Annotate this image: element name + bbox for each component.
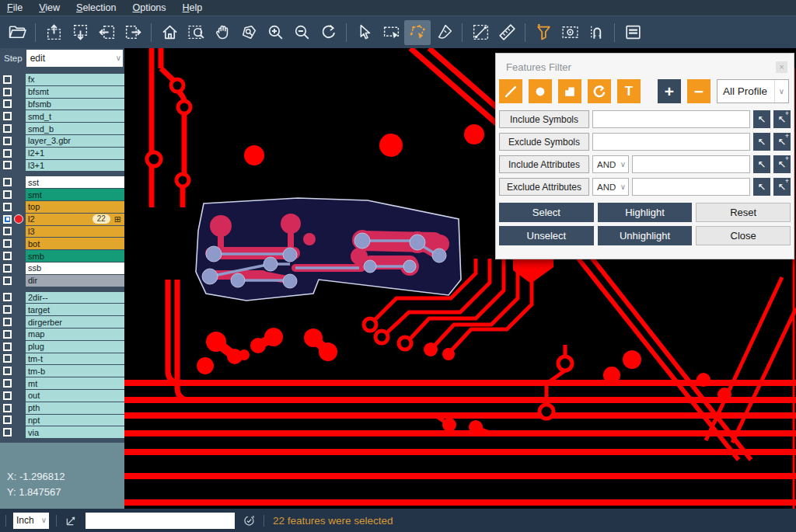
- layer-visibility-checkbox[interactable]: [3, 367, 12, 375]
- grid-icon[interactable]: ⊞: [114, 214, 121, 224]
- layer-visibility-checkbox[interactable]: [3, 379, 12, 388]
- menu-file[interactable]: File: [7, 2, 23, 13]
- send-left-button[interactable]: [93, 20, 120, 45]
- layer-row-dir[interactable]: dir: [0, 275, 124, 287]
- layer-visibility-checkbox[interactable]: [3, 161, 12, 169]
- layer-cell[interactable]: bfsmb: [26, 99, 124, 110]
- zoom-out-button[interactable]: [288, 20, 315, 45]
- unit-select[interactable]: Inch ∨: [13, 513, 49, 529]
- dialog-title-bar[interactable]: Features Filter ×: [496, 54, 794, 75]
- layer-visibility-checkbox[interactable]: [3, 190, 12, 199]
- pick-add-button[interactable]: ↖+: [773, 155, 791, 173]
- layer-cell[interactable]: target: [26, 304, 124, 315]
- layer-row-l2+1[interactable]: l2+1: [0, 148, 124, 159]
- layer-cell[interactable]: l3: [26, 226, 124, 238]
- menu-help[interactable]: Help: [183, 2, 203, 13]
- layer-cell[interactable]: bfsmt: [26, 86, 124, 98]
- reset-button[interactable]: Reset: [696, 203, 791, 222]
- layer-row-smt[interactable]: smt: [0, 189, 124, 200]
- layer-cell[interactable]: l2+1: [26, 148, 124, 159]
- unhighlight-button[interactable]: Unhighlight: [598, 226, 693, 245]
- layer-row-plug[interactable]: plug: [0, 341, 124, 353]
- unselect-button[interactable]: Unselect: [499, 226, 594, 245]
- line-tool-button[interactable]: [499, 79, 522, 103]
- layer-visibility-checkbox[interactable]: [3, 404, 12, 412]
- layer-visibility-checkbox[interactable]: [3, 227, 12, 235]
- layer-cell[interactable]: l222⊞: [26, 214, 124, 225]
- layer-row-npt[interactable]: npt: [0, 415, 124, 426]
- layer-visibility-checkbox[interactable]: [3, 252, 12, 260]
- view-options-button[interactable]: [557, 20, 583, 45]
- layer-row-layer_3.gbr[interactable]: layer_3.gbr: [0, 135, 124, 147]
- close-icon[interactable]: ×: [776, 61, 787, 73]
- clear-button[interactable]: [431, 20, 457, 45]
- layer-cell[interactable]: smd_t: [26, 110, 124, 122]
- surface-tool-button[interactable]: [558, 79, 581, 103]
- arc-tool-button[interactable]: [588, 79, 611, 103]
- layer-visibility-checkbox[interactable]: [3, 428, 12, 436]
- layer-visibility-checkbox[interactable]: [3, 75, 12, 84]
- layer-cell[interactable]: map: [26, 329, 124, 340]
- zoom-polygon-button[interactable]: [236, 20, 262, 45]
- layer-row-2dir--[interactable]: 2dir--: [0, 292, 124, 304]
- exclude-symbols-button[interactable]: Exclude Symbols: [499, 133, 589, 151]
- zoom-in-button[interactable]: [262, 20, 288, 45]
- and-or-select[interactable]: AND∨: [592, 178, 629, 196]
- select-rectangle-button[interactable]: [378, 20, 404, 45]
- layer-visibility-checkbox[interactable]: [3, 99, 12, 108]
- layer-visibility-checkbox[interactable]: [3, 149, 12, 158]
- layer-visibility-checkbox[interactable]: [3, 276, 12, 285]
- layer-visibility-checkbox[interactable]: [3, 178, 12, 186]
- open-button[interactable]: [4, 20, 30, 45]
- layer-visibility-checkbox[interactable]: [3, 354, 12, 363]
- highlight-button[interactable]: Highlight: [598, 203, 693, 222]
- layer-cell[interactable]: mt: [26, 377, 124, 389]
- layer-cell[interactable]: npt: [26, 415, 124, 426]
- layer-row-tm-t[interactable]: tm-t: [0, 353, 124, 365]
- step-select[interactable]: edit ∨: [26, 50, 123, 67]
- layer-visibility-checkbox[interactable]: [3, 239, 12, 248]
- layer-row-l3[interactable]: l3: [0, 226, 124, 238]
- close-button[interactable]: Close: [696, 226, 791, 245]
- layer-cell[interactable]: top: [26, 201, 124, 213]
- layer-row-tm-b[interactable]: tm-b: [0, 365, 124, 377]
- send-to-bottom-button[interactable]: [67, 20, 93, 45]
- filter-input[interactable]: [632, 155, 750, 173]
- layer-row-smd_b[interactable]: smd_b: [0, 123, 124, 134]
- layer-cell[interactable]: smt: [26, 189, 124, 200]
- layer-cell[interactable]: sst: [26, 176, 124, 188]
- zoom-previous-button[interactable]: [315, 20, 341, 45]
- layer-cell[interactable]: out: [26, 390, 124, 402]
- measure-points-button[interactable]: [467, 20, 494, 45]
- layer-visibility-checkbox[interactable]: [3, 215, 12, 224]
- layer-cell[interactable]: plug: [26, 341, 124, 353]
- menu-options[interactable]: Options: [132, 2, 166, 13]
- pick-add-button[interactable]: ↖+: [773, 133, 791, 151]
- select-cursor-button[interactable]: [351, 20, 378, 45]
- layer-cell[interactable]: smb: [26, 250, 124, 262]
- refresh-status-button[interactable]: [242, 513, 257, 528]
- layer-visibility-checkbox[interactable]: [3, 416, 12, 424]
- layer-visibility-checkbox[interactable]: [3, 330, 12, 339]
- layer-cell[interactable]: fx: [26, 74, 124, 85]
- pick-button[interactable]: ↖: [753, 110, 770, 128]
- include-attributes-button[interactable]: Include Attributes: [499, 155, 589, 173]
- layer-row-via[interactable]: via: [0, 426, 124, 438]
- layer-cell[interactable]: tm-t: [26, 353, 124, 365]
- layer-visibility-checkbox[interactable]: [3, 342, 12, 351]
- remove-filter-button[interactable]: −: [687, 79, 710, 103]
- layer-cell[interactable]: layer_3.gbr: [26, 135, 124, 147]
- layer-visibility-checkbox[interactable]: [3, 124, 12, 133]
- ruler-button[interactable]: [494, 20, 520, 45]
- layer-visibility-checkbox[interactable]: [3, 293, 12, 301]
- layer-visibility-checkbox[interactable]: [3, 88, 12, 96]
- layer-row-fx[interactable]: fx: [0, 74, 124, 85]
- layer-cell[interactable]: pth: [26, 402, 124, 414]
- layer-row-bfsmt[interactable]: bfsmt: [0, 86, 124, 98]
- select-button[interactable]: Select: [499, 203, 594, 222]
- layer-visibility-checkbox[interactable]: [3, 391, 12, 400]
- layer-row-l3+1[interactable]: l3+1: [0, 160, 124, 172]
- menu-selection[interactable]: Selection: [76, 2, 116, 13]
- layer-row-ssb[interactable]: ssb: [0, 263, 124, 274]
- layer-cell[interactable]: dir: [26, 275, 124, 287]
